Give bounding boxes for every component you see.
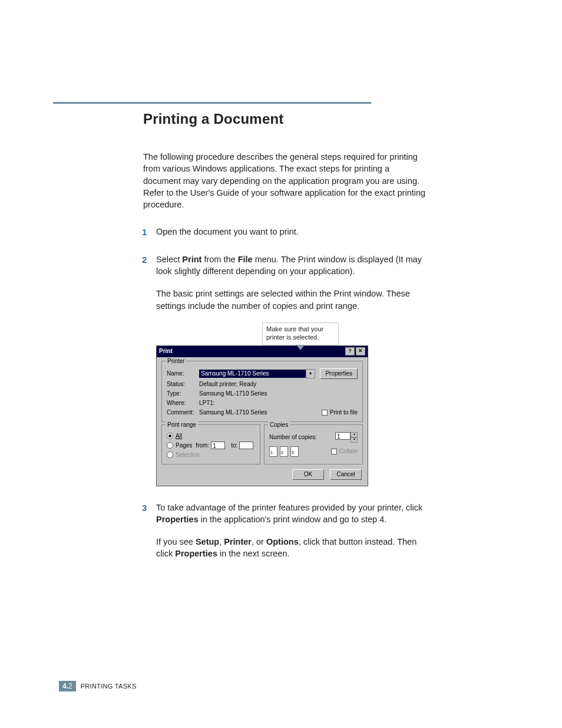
copies-input[interactable]: 1 <box>335 432 351 440</box>
range-selection-label: Selection <box>176 451 200 459</box>
close-button[interactable]: ✕ <box>356 347 365 355</box>
comment-value: Samsung ML-1710 Series <box>199 409 267 417</box>
printer-group: Printer Name: Samsung ML-1710 Series ▾ P… <box>161 361 363 422</box>
range-selection-row: Selection <box>167 451 255 459</box>
page-number-chip: 4.2 <box>59 681 76 691</box>
range-pages-label: Pages <box>176 442 192 450</box>
intro-paragraph: The following procedure describes the ge… <box>143 151 426 210</box>
radio-all[interactable] <box>167 433 173 439</box>
to-label: to: <box>231 442 237 450</box>
range-all-row[interactable]: All <box>167 432 255 440</box>
collate-icons: 1 2 3 <box>269 446 299 457</box>
footer-label: Printing Tasks <box>81 683 137 690</box>
printer-name-select[interactable]: Samsung ML-1710 Series <box>199 370 306 378</box>
content-column: Printing a Document The following proced… <box>143 111 426 575</box>
copies-group: Copies Number of copies: 1 ▴▾ 1 <box>264 424 363 465</box>
radio-pages[interactable] <box>167 442 173 449</box>
type-value: Samsung ML-1710 Series <box>199 390 267 398</box>
cancel-button[interactable]: Cancel <box>330 469 362 480</box>
page: Printing a Document The following proced… <box>0 0 562 728</box>
dialog-title: Print <box>159 347 173 355</box>
step-1-text: Open the document you want to print. <box>156 226 426 238</box>
from-input[interactable]: 1 <box>211 442 225 449</box>
range-all-label: All <box>176 432 182 440</box>
step-3-line-1: To take advantage of the printer feature… <box>156 502 426 526</box>
print-dialog: Print ? ✕ Printer Name: Samsung ML-1710 … <box>156 345 368 486</box>
radio-selection <box>167 452 173 458</box>
step-2: 2 Select Print from the File menu. The P… <box>143 253 426 486</box>
where-value: LPT1: <box>199 399 215 407</box>
printer-name-row: Name: Samsung ML-1710 Series ▾ Propertie… <box>167 368 358 379</box>
print-range-group: Print range All Pages from: 1 to: <box>161 424 260 465</box>
ok-button[interactable]: OK <box>292 469 324 480</box>
step-3-line-2: If you see Setup, Printer, or Options, c… <box>156 536 426 560</box>
callout-tip: Make sure that your printer is selected. <box>262 322 339 345</box>
page-footer: 4.2 Printing Tasks <box>59 681 137 691</box>
dialog-titlebar: Print ? ✕ <box>157 346 368 357</box>
range-pages-row[interactable]: Pages from: 1 to: <box>167 442 255 450</box>
section-title: Printing a Document <box>143 111 426 127</box>
copies-label: Number of copies: <box>269 433 317 442</box>
copies-spinner[interactable]: ▴▾ <box>351 432 358 443</box>
dialog-button-row: OK Cancel <box>157 466 368 486</box>
collate-checkbox <box>331 449 337 454</box>
help-button[interactable]: ? <box>345 347 355 355</box>
collate-wrap: Collate <box>331 447 358 456</box>
step-number: 1 <box>142 226 147 238</box>
print-to-file-wrap[interactable]: Print to file <box>322 409 358 417</box>
titlebar-buttons: ? ✕ <box>345 347 365 355</box>
comment-label: Comment: <box>167 409 199 417</box>
status-value: Default printer; Ready <box>199 380 256 388</box>
properties-button[interactable]: Properties <box>320 368 358 379</box>
type-label: Type: <box>167 390 199 398</box>
name-label: Name: <box>167 370 199 378</box>
status-label: Status: <box>167 380 199 388</box>
step-3: 3 To take advantage of the printer featu… <box>143 502 426 560</box>
step-1: 1 Open the document you want to print. <box>143 226 426 238</box>
copies-group-label: Copies <box>268 421 290 429</box>
to-input[interactable] <box>239 442 253 449</box>
from-label: from: <box>196 442 209 450</box>
where-label: Where: <box>167 399 199 407</box>
print-to-file-label: Print to file <box>330 409 358 417</box>
print-to-file-checkbox[interactable] <box>322 410 328 416</box>
dropdown-icon[interactable]: ▾ <box>306 369 315 378</box>
callout-and-dialog: Make sure that your printer is selected.… <box>156 322 426 486</box>
step-2-line-2: The basic print settings are selected wi… <box>156 288 426 312</box>
print-range-label: Print range <box>166 421 198 429</box>
printer-group-label: Printer <box>166 357 186 365</box>
collate-label: Collate <box>339 447 358 456</box>
step-2-line-1: Select Print from the File menu. The Pri… <box>156 253 426 278</box>
header-rule <box>53 102 371 104</box>
step-number: 3 <box>142 502 147 514</box>
step-number: 2 <box>142 253 147 266</box>
